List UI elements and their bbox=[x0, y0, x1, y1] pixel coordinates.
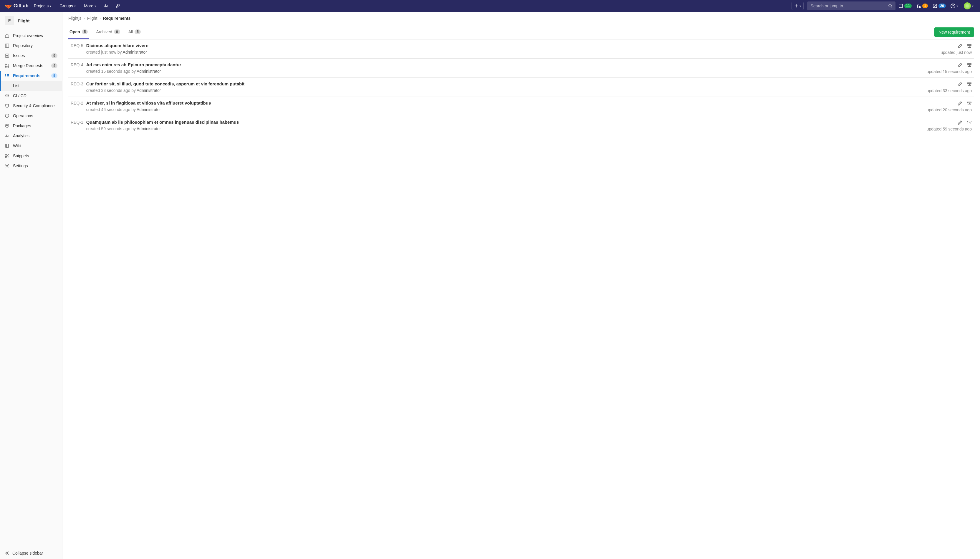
tab-count: 5 bbox=[82, 30, 88, 34]
chevron-down-icon: ▾ bbox=[94, 5, 96, 8]
requirement-author[interactable]: Administrator bbox=[137, 126, 161, 131]
requirement-title[interactable]: Ad eas enim res ab Epicuro praecepta dan… bbox=[86, 62, 182, 67]
sidebar-item-snippets[interactable]: Snippets bbox=[0, 151, 62, 161]
sidebar-subitem-list[interactable]: List bbox=[0, 81, 62, 91]
requirement-updated: updated 33 seconds ago bbox=[927, 88, 972, 93]
nav-more[interactable]: More▾ bbox=[81, 0, 99, 12]
svg-point-11 bbox=[5, 64, 7, 65]
sidebar-item-packages[interactable]: Packages bbox=[0, 121, 62, 131]
sidebar-item-label: Wiki bbox=[13, 144, 58, 148]
activity-icon[interactable] bbox=[101, 0, 111, 12]
sidebar-item-security[interactable]: Security & Compliance bbox=[0, 101, 62, 111]
create-new-button[interactable]: ▾ bbox=[792, 2, 803, 10]
archive-button[interactable] bbox=[967, 63, 972, 68]
requirement-title[interactable]: Quamquam ab iis philosophiam et omnes in… bbox=[86, 119, 239, 124]
requirements-icon bbox=[5, 73, 10, 78]
sidebar-item-analytics[interactable]: Analytics bbox=[0, 131, 62, 141]
requirement-author[interactable]: Administrator bbox=[137, 107, 161, 112]
sidebar-item-settings[interactable]: Settings bbox=[0, 161, 62, 171]
breadcrumb-project[interactable]: Flight bbox=[87, 16, 97, 21]
chevron-right-icon: › bbox=[99, 17, 101, 20]
sidebar-item-overview[interactable]: Project overview bbox=[0, 31, 62, 41]
chevron-right-icon: › bbox=[84, 17, 85, 20]
requirement-author[interactable]: Administrator bbox=[137, 88, 161, 93]
help-button[interactable]: ▾ bbox=[949, 0, 960, 12]
gitlab-logo[interactable]: GitLab bbox=[5, 2, 28, 10]
user-menu[interactable]: ▾ bbox=[961, 0, 975, 12]
search-icon bbox=[888, 4, 892, 8]
svg-rect-1 bbox=[899, 4, 902, 8]
nav-groups[interactable]: Groups▾ bbox=[56, 0, 79, 12]
sidebar-item-requirements[interactable]: Requirements 5 bbox=[0, 71, 62, 81]
svg-rect-8 bbox=[5, 44, 9, 48]
header: GitLab Projects▾ Groups▾ More▾ ▾ 11 1 20 bbox=[0, 0, 980, 12]
plus-icon bbox=[794, 4, 798, 8]
sidebar-item-operations[interactable]: Operations bbox=[0, 111, 62, 121]
header-left: GitLab Projects▾ Groups▾ More▾ bbox=[5, 0, 122, 12]
tab-all[interactable]: All 5 bbox=[127, 25, 142, 39]
requirement-title[interactable]: At miser, si in flagitiosa et vitiosa vi… bbox=[86, 101, 211, 106]
tabs: Open 5 Archived 0 All 5 bbox=[68, 25, 142, 39]
sidebar-item-label: Merge Requests bbox=[13, 63, 48, 68]
requirement-updated: updated just now bbox=[940, 50, 972, 55]
svg-rect-24 bbox=[968, 121, 971, 122]
search-input[interactable] bbox=[807, 2, 896, 10]
requirement-title[interactable]: Cur fortior sit, si illud, quod tute con… bbox=[86, 81, 245, 86]
tab-label: All bbox=[128, 30, 133, 34]
shield-icon bbox=[5, 103, 10, 108]
svg-point-13 bbox=[8, 66, 9, 68]
svg-rect-23 bbox=[968, 102, 971, 103]
edit-button[interactable] bbox=[958, 44, 962, 48]
svg-point-10 bbox=[7, 55, 8, 56]
header-mrs[interactable]: 1 bbox=[915, 0, 930, 12]
requirement-item: REQ-2 At miser, si in flagitiosa et viti… bbox=[68, 97, 974, 116]
project-avatar: F bbox=[5, 16, 14, 25]
requirement-title[interactable]: Dicimus aliquem hilare vivere bbox=[86, 43, 149, 48]
tab-archived[interactable]: Archived 0 bbox=[95, 25, 121, 39]
sidebar-item-repository[interactable]: Repository bbox=[0, 41, 62, 51]
chart-icon bbox=[5, 134, 10, 138]
archive-button[interactable] bbox=[967, 44, 972, 48]
requirement-author[interactable]: Administrator bbox=[123, 50, 147, 55]
sidebar-item-merge-requests[interactable]: Merge Requests 4 bbox=[0, 61, 62, 71]
wrench-icon[interactable] bbox=[113, 0, 122, 12]
archive-button[interactable] bbox=[967, 101, 972, 106]
svg-point-0 bbox=[888, 4, 891, 7]
avatar bbox=[964, 2, 971, 10]
sidebar-count: 4 bbox=[51, 63, 58, 68]
operations-icon bbox=[5, 113, 10, 118]
nav-projects[interactable]: Projects▾ bbox=[31, 0, 55, 12]
sidebar-item-label: Security & Compliance bbox=[13, 103, 58, 108]
header-issues[interactable]: 11 bbox=[897, 0, 914, 12]
repository-icon bbox=[5, 43, 10, 48]
home-icon bbox=[5, 33, 10, 38]
archive-button[interactable] bbox=[967, 120, 972, 125]
archive-icon bbox=[967, 82, 972, 87]
gear-icon bbox=[5, 164, 10, 168]
question-icon bbox=[950, 3, 955, 8]
new-requirement-button[interactable]: New requirement bbox=[934, 27, 974, 37]
project-name: Flight bbox=[18, 18, 30, 23]
package-icon bbox=[5, 123, 10, 128]
archive-button[interactable] bbox=[967, 82, 972, 87]
edit-button[interactable] bbox=[958, 120, 962, 125]
tab-label: Open bbox=[69, 30, 80, 34]
sidebar-item-wiki[interactable]: Wiki bbox=[0, 141, 62, 151]
svg-rect-9 bbox=[5, 54, 9, 58]
requirement-author[interactable]: Administrator bbox=[137, 69, 161, 74]
pencil-icon bbox=[958, 120, 962, 125]
collapse-sidebar[interactable]: Collapse sidebar bbox=[0, 547, 62, 559]
edit-button[interactable] bbox=[958, 82, 962, 87]
sidebar: F Flight Project overview Repository Iss… bbox=[0, 12, 63, 559]
tab-open[interactable]: Open 5 bbox=[68, 25, 89, 39]
content: Flightjs › Flight › Requirements Open 5 … bbox=[63, 12, 980, 559]
project-header[interactable]: F Flight bbox=[0, 12, 62, 30]
requirements-list: REQ-5 Dicimus aliquem hilare vivere crea… bbox=[68, 40, 974, 135]
breadcrumb-group[interactable]: Flightjs bbox=[68, 16, 81, 21]
header-todos[interactable]: 20 bbox=[931, 0, 948, 12]
sidebar-item-cicd[interactable]: CI / CD bbox=[0, 91, 62, 101]
edit-button[interactable] bbox=[958, 101, 962, 106]
edit-button[interactable] bbox=[958, 63, 962, 68]
sidebar-item-label: Project overview bbox=[13, 33, 58, 38]
sidebar-item-issues[interactable]: Issues 9 bbox=[0, 51, 62, 61]
